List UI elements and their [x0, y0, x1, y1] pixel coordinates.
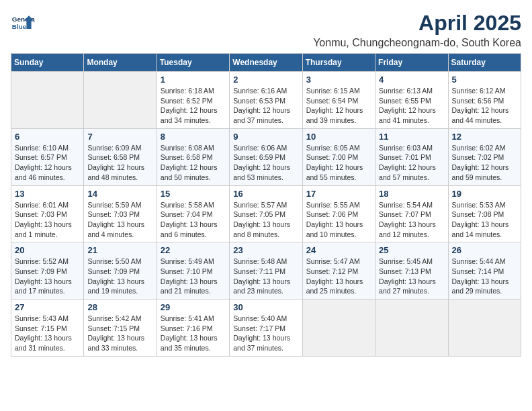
day-info: Sunrise: 5:41 AM Sunset: 7:16 PM Dayligh… — [161, 314, 226, 353]
day-number: 5 — [452, 75, 517, 85]
day-info: Sunrise: 5:50 AM Sunset: 7:09 PM Dayligh… — [87, 257, 152, 296]
day-info: Sunrise: 6:15 AM Sunset: 6:54 PM Dayligh… — [306, 86, 371, 126]
calendar-cell — [375, 300, 448, 357]
calendar-cell: 7Sunrise: 6:09 AM Sunset: 6:58 PM Daylig… — [84, 128, 157, 185]
day-number: 6 — [15, 132, 80, 142]
day-info: Sunrise: 5:53 AM Sunset: 7:08 PM Dayligh… — [452, 200, 517, 240]
day-number: 15 — [161, 189, 226, 199]
logo-icon: General Blue — [11, 11, 35, 35]
calendar-cell: 18Sunrise: 5:54 AM Sunset: 7:07 PM Dayli… — [375, 185, 448, 242]
day-info: Sunrise: 5:42 AM Sunset: 7:15 PM Dayligh… — [87, 314, 152, 353]
calendar-cell: 30Sunrise: 5:40 AM Sunset: 7:17 PM Dayli… — [230, 300, 302, 357]
day-info: Sunrise: 5:55 AM Sunset: 7:06 PM Dayligh… — [306, 200, 371, 240]
day-info: Sunrise: 6:01 AM Sunset: 7:03 PM Dayligh… — [15, 200, 80, 240]
calendar-cell: 13Sunrise: 6:01 AM Sunset: 7:03 PM Dayli… — [11, 185, 84, 242]
day-number: 2 — [233, 75, 298, 85]
header-wednesday: Wednesday — [230, 54, 302, 72]
day-number: 10 — [306, 132, 371, 142]
calendar-cell — [302, 300, 375, 357]
calendar-cell — [11, 72, 84, 129]
day-number: 21 — [87, 245, 152, 255]
day-info: Sunrise: 6:09 AM Sunset: 6:58 PM Dayligh… — [87, 143, 152, 183]
day-number: 27 — [15, 302, 80, 312]
calendar-cell: 14Sunrise: 5:59 AM Sunset: 7:03 PM Dayli… — [84, 185, 157, 242]
day-number: 3 — [306, 75, 371, 85]
day-info: Sunrise: 6:13 AM Sunset: 6:55 PM Dayligh… — [379, 86, 444, 126]
calendar-cell: 21Sunrise: 5:50 AM Sunset: 7:09 PM Dayli… — [84, 242, 157, 300]
calendar-cell: 20Sunrise: 5:52 AM Sunset: 7:09 PM Dayli… — [11, 242, 84, 300]
day-number: 7 — [87, 132, 152, 142]
day-number: 26 — [452, 245, 517, 255]
day-info: Sunrise: 6:10 AM Sunset: 6:57 PM Dayligh… — [15, 143, 80, 183]
day-info: Sunrise: 5:52 AM Sunset: 7:09 PM Dayligh… — [15, 257, 80, 296]
calendar-cell: 25Sunrise: 5:45 AM Sunset: 7:13 PM Dayli… — [375, 242, 448, 300]
calendar-cell: 26Sunrise: 5:44 AM Sunset: 7:14 PM Dayli… — [448, 242, 521, 300]
day-number: 28 — [87, 302, 152, 312]
day-info: Sunrise: 6:08 AM Sunset: 6:58 PM Dayligh… — [161, 143, 226, 183]
day-info: Sunrise: 6:02 AM Sunset: 7:02 PM Dayligh… — [452, 143, 517, 183]
calendar-table: SundayMondayTuesdayWednesdayThursdayFrid… — [11, 53, 521, 357]
header-sunday: Sunday — [11, 54, 84, 72]
day-number: 20 — [15, 245, 80, 255]
logo: General Blue — [11, 11, 35, 35]
calendar-cell: 9Sunrise: 6:06 AM Sunset: 6:59 PM Daylig… — [230, 128, 302, 185]
calendar-cell: 1Sunrise: 6:18 AM Sunset: 6:52 PM Daylig… — [157, 72, 229, 129]
calendar-cell: 6Sunrise: 6:10 AM Sunset: 6:57 PM Daylig… — [11, 128, 84, 185]
calendar-cell: 17Sunrise: 5:55 AM Sunset: 7:06 PM Dayli… — [302, 185, 375, 242]
calendar-cell: 2Sunrise: 6:16 AM Sunset: 6:53 PM Daylig… — [230, 72, 302, 129]
day-number: 19 — [452, 189, 517, 199]
day-info: Sunrise: 6:12 AM Sunset: 6:56 PM Dayligh… — [452, 86, 517, 126]
day-info: Sunrise: 6:16 AM Sunset: 6:53 PM Dayligh… — [233, 86, 298, 126]
week-row-1: 1Sunrise: 6:18 AM Sunset: 6:52 PM Daylig… — [11, 72, 521, 129]
day-number: 14 — [87, 189, 152, 199]
calendar-cell: 4Sunrise: 6:13 AM Sunset: 6:55 PM Daylig… — [375, 72, 448, 129]
week-row-2: 6Sunrise: 6:10 AM Sunset: 6:57 PM Daylig… — [11, 128, 521, 185]
calendar-cell: 5Sunrise: 6:12 AM Sunset: 6:56 PM Daylig… — [448, 72, 521, 129]
day-number: 29 — [161, 302, 226, 312]
calendar-cell: 8Sunrise: 6:08 AM Sunset: 6:58 PM Daylig… — [157, 128, 229, 185]
day-number: 17 — [306, 189, 371, 199]
header-thursday: Thursday — [302, 54, 375, 72]
page-header: General Blue April 2025 Yonmu, Chungcheo… — [11, 11, 521, 49]
day-number: 1 — [161, 75, 226, 85]
day-info: Sunrise: 5:45 AM Sunset: 7:13 PM Dayligh… — [379, 257, 444, 296]
day-number: 4 — [379, 75, 444, 85]
calendar-cell: 19Sunrise: 5:53 AM Sunset: 7:08 PM Dayli… — [448, 185, 521, 242]
day-number: 24 — [306, 245, 371, 255]
day-info: Sunrise: 5:47 AM Sunset: 7:12 PM Dayligh… — [306, 257, 371, 296]
calendar-header: SundayMondayTuesdayWednesdayThursdayFrid… — [11, 54, 521, 72]
calendar-cell: 12Sunrise: 6:02 AM Sunset: 7:02 PM Dayli… — [448, 128, 521, 185]
calendar-cell: 22Sunrise: 5:49 AM Sunset: 7:10 PM Dayli… — [157, 242, 229, 300]
week-row-3: 13Sunrise: 6:01 AM Sunset: 7:03 PM Dayli… — [11, 185, 521, 242]
day-info: Sunrise: 6:05 AM Sunset: 7:00 PM Dayligh… — [306, 143, 371, 183]
svg-text:Blue: Blue — [12, 23, 27, 30]
calendar-body: 1Sunrise: 6:18 AM Sunset: 6:52 PM Daylig… — [11, 72, 521, 357]
day-info: Sunrise: 5:48 AM Sunset: 7:11 PM Dayligh… — [233, 257, 298, 296]
calendar-cell: 10Sunrise: 6:05 AM Sunset: 7:00 PM Dayli… — [302, 128, 375, 185]
calendar-cell: 16Sunrise: 5:57 AM Sunset: 7:05 PM Dayli… — [230, 185, 302, 242]
day-info: Sunrise: 6:03 AM Sunset: 7:01 PM Dayligh… — [379, 143, 444, 183]
header-saturday: Saturday — [448, 54, 521, 72]
day-number: 23 — [233, 245, 298, 255]
calendar-cell: 28Sunrise: 5:42 AM Sunset: 7:15 PM Dayli… — [84, 300, 157, 357]
day-info: Sunrise: 5:40 AM Sunset: 7:17 PM Dayligh… — [233, 314, 298, 353]
day-number: 8 — [161, 132, 226, 142]
day-info: Sunrise: 5:57 AM Sunset: 7:05 PM Dayligh… — [233, 200, 298, 240]
header-monday: Monday — [84, 54, 157, 72]
calendar-cell — [448, 300, 521, 357]
day-number: 9 — [233, 132, 298, 142]
day-number: 16 — [233, 189, 298, 199]
day-info: Sunrise: 6:18 AM Sunset: 6:52 PM Dayligh… — [161, 86, 226, 126]
day-info: Sunrise: 5:59 AM Sunset: 7:03 PM Dayligh… — [87, 200, 152, 240]
day-info: Sunrise: 5:43 AM Sunset: 7:15 PM Dayligh… — [15, 314, 80, 353]
calendar-cell: 15Sunrise: 5:58 AM Sunset: 7:04 PM Dayli… — [157, 185, 229, 242]
calendar-cell: 24Sunrise: 5:47 AM Sunset: 7:12 PM Dayli… — [302, 242, 375, 300]
header-tuesday: Tuesday — [157, 54, 229, 72]
calendar-cell: 3Sunrise: 6:15 AM Sunset: 6:54 PM Daylig… — [302, 72, 375, 129]
day-info: Sunrise: 5:44 AM Sunset: 7:14 PM Dayligh… — [452, 257, 517, 296]
calendar-cell: 11Sunrise: 6:03 AM Sunset: 7:01 PM Dayli… — [375, 128, 448, 185]
header-friday: Friday — [375, 54, 448, 72]
calendar-cell: 29Sunrise: 5:41 AM Sunset: 7:16 PM Dayli… — [157, 300, 229, 357]
day-number: 30 — [233, 302, 298, 312]
main-title: April 2025 — [313, 11, 521, 36]
